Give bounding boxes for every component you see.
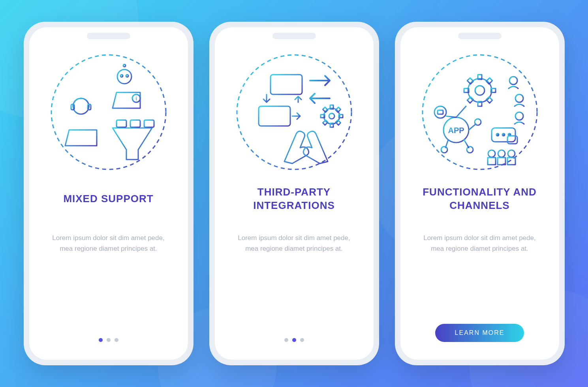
- svg-point-32: [468, 79, 492, 102]
- svg-rect-38: [486, 78, 492, 84]
- phone-mockup-1: i MIXED SUPPORT Lorem ipsum dolor sit d: [24, 22, 193, 365]
- svg-line-52: [445, 140, 448, 148]
- screen-description: Lorem ipsum dolor sit dim amet pede, mea…: [412, 233, 547, 254]
- onboarding-screen-2: THIRD-PARTY INTEGRATIONS Lorem ipsum dol…: [215, 27, 374, 360]
- dot-1[interactable]: [99, 338, 103, 342]
- svg-point-64: [508, 150, 515, 157]
- svg-text:i: i: [135, 95, 137, 101]
- dot-3[interactable]: [300, 338, 304, 342]
- pagination-dots: [99, 338, 118, 342]
- svg-rect-39: [467, 97, 473, 103]
- svg-rect-27: [335, 107, 340, 112]
- onboarding-screen-3: APP: [400, 27, 559, 360]
- learn-more-button[interactable]: LEARN MORE: [435, 324, 524, 342]
- svg-point-56: [515, 112, 523, 120]
- svg-point-33: [475, 86, 485, 95]
- screen-description: Lorem ipsum dolor sit dim amet pede, mea…: [227, 233, 362, 254]
- pagination-dots: [284, 338, 304, 342]
- svg-point-4: [120, 75, 123, 77]
- dot-3[interactable]: [115, 338, 118, 342]
- svg-point-59: [502, 133, 505, 136]
- svg-point-62: [488, 150, 495, 157]
- svg-line-49: [456, 106, 466, 117]
- svg-point-58: [496, 133, 499, 136]
- screen-title: THIRD-PARTY INTEGRATIONS: [227, 185, 362, 213]
- svg-rect-40: [467, 78, 473, 84]
- svg-rect-25: [321, 115, 325, 118]
- svg-rect-41: [486, 97, 492, 103]
- phone-mockup-2: THIRD-PARTY INTEGRATIONS Lorem ipsum dol…: [209, 22, 379, 365]
- svg-rect-18: [259, 106, 290, 126]
- svg-point-21: [324, 108, 340, 124]
- svg-point-46: [441, 147, 447, 153]
- svg-rect-45: [438, 110, 443, 114]
- screen-title: MIXED SUPPORT: [63, 185, 153, 213]
- onboarding-screen-1: i MIXED SUPPORT Lorem ipsum dolor sit d: [29, 27, 188, 360]
- screen-title: FUNCTIONALITY AND CHANNELS: [412, 185, 547, 213]
- svg-rect-15: [271, 75, 302, 94]
- svg-point-44: [434, 106, 446, 118]
- svg-text:APP: APP: [448, 126, 464, 135]
- svg-line-51: [469, 124, 476, 130]
- svg-rect-30: [335, 120, 340, 125]
- svg-rect-24: [330, 123, 333, 127]
- phone-mockup-3: APP: [395, 22, 565, 365]
- svg-point-5: [126, 75, 128, 77]
- svg-point-54: [509, 77, 517, 85]
- dot-2[interactable]: [292, 338, 296, 342]
- svg-point-3: [123, 64, 126, 67]
- dot-2[interactable]: [107, 338, 111, 342]
- functionality-icon: APP: [419, 51, 541, 173]
- svg-rect-26: [339, 115, 343, 118]
- svg-line-53: [464, 140, 469, 148]
- svg-line-50: [446, 116, 456, 117]
- svg-rect-28: [323, 120, 328, 125]
- svg-point-22: [329, 113, 334, 119]
- svg-point-63: [498, 150, 505, 157]
- svg-point-14: [237, 55, 351, 169]
- svg-rect-29: [323, 107, 328, 112]
- svg-point-55: [515, 94, 523, 102]
- svg-rect-13: [144, 120, 154, 127]
- svg-rect-23: [330, 105, 333, 109]
- svg-rect-65: [488, 158, 496, 165]
- svg-point-0: [51, 55, 166, 169]
- integrations-icon: [233, 51, 355, 173]
- dot-1[interactable]: [284, 338, 288, 342]
- mixed-support-icon: i: [47, 51, 170, 173]
- svg-rect-11: [116, 120, 126, 127]
- svg-point-1: [117, 70, 132, 84]
- svg-point-47: [467, 147, 473, 153]
- svg-rect-12: [130, 120, 140, 127]
- screen-description: Lorem ipsum dolor sit dim amet pede, mea…: [41, 233, 176, 254]
